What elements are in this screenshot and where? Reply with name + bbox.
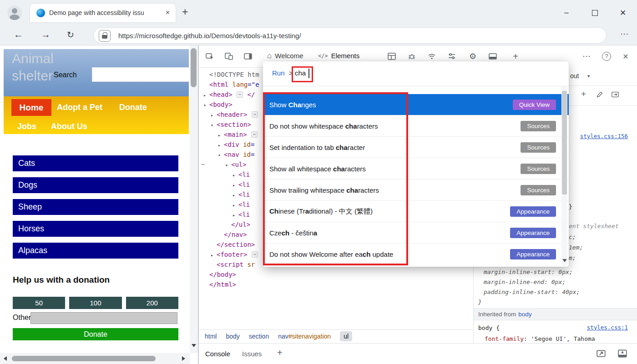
nav-link-jobs[interactable]: Jobs: [17, 122, 36, 131]
nav-link-donate[interactable]: Donate: [119, 103, 147, 112]
css-line[interactable]: margin-inline-start: 0px;: [484, 269, 573, 275]
command-item[interactable]: Show trailing whitespace charactersSourc…: [263, 179, 569, 200]
nav-link-about[interactable]: About Us: [51, 122, 87, 131]
right-arrow-icon[interactable]: ▸: [233, 170, 238, 180]
right-arrow-icon[interactable]: ▸: [211, 110, 217, 120]
dock-drawer-icon[interactable]: [596, 349, 606, 360]
right-arrow-icon[interactable]: ▸: [233, 180, 238, 190]
browser-tab[interactable]: Demo page with accessibility issu ✕: [30, 4, 176, 22]
command-item[interactable]: Show all whitespace charactersSources: [263, 158, 569, 179]
breadcrumb-html[interactable]: html: [205, 333, 217, 340]
stylesheet-link[interactable]: styles.css:1: [587, 324, 628, 331]
inherited-body-link[interactable]: body: [518, 311, 531, 318]
animal-item-cats[interactable]: Cats: [13, 155, 178, 171]
right-arrow-icon[interactable]: ▸: [233, 190, 238, 200]
new-style-rule-icon[interactable]: +: [581, 89, 586, 99]
page-horizontal-scrollbar[interactable]: [0, 353, 190, 364]
command-item[interactable]: Czech - češtinaAppearance: [263, 222, 569, 243]
layout-tab-fragment[interactable]: out: [570, 72, 579, 80]
node-menu-icon[interactable]: ⋯: [201, 160, 205, 170]
animal-item-alpacas[interactable]: Alpacas: [13, 243, 178, 259]
other-amount-input[interactable]: [30, 312, 177, 324]
amount-button-200[interactable]: 200: [126, 297, 178, 309]
customize-tools-icon[interactable]: [446, 51, 457, 62]
nav-link-adopt[interactable]: Adopt a Pet: [57, 103, 102, 112]
devtools-menu-icon[interactable]: ⋯: [581, 51, 592, 62]
tab-issues[interactable]: Issues: [242, 344, 262, 364]
right-arrow-icon[interactable]: ▸: [233, 210, 238, 220]
layout-tool-icon[interactable]: [386, 51, 397, 62]
scroll-right-arrow-icon[interactable]: [182, 356, 185, 361]
breadcrumb-section[interactable]: section: [249, 333, 269, 340]
command-query-input[interactable]: cha: [295, 69, 306, 77]
chevron-down-icon[interactable]: ▾: [587, 73, 590, 79]
nav-link-home[interactable]: Home: [11, 99, 51, 116]
more-tools-icon[interactable]: +: [510, 51, 521, 62]
dom-tree-line[interactable]: </body>: [199, 269, 473, 279]
css-line[interactable]: margin-inline-end: 0px;: [484, 279, 566, 285]
forward-button[interactable]: →: [41, 29, 51, 40]
dom-tree-line[interactable]: </html>: [199, 279, 473, 289]
run-mode-label[interactable]: Run: [272, 69, 285, 77]
command-item[interactable]: Do not show whitespace charactersSources: [263, 115, 569, 136]
device-emulation-icon[interactable]: [223, 51, 234, 62]
amount-button-100[interactable]: 100: [69, 297, 121, 309]
animal-item-sheep[interactable]: Sheep: [13, 199, 178, 215]
tab-close-icon[interactable]: ✕: [165, 9, 170, 16]
minimize-button[interactable]: –: [552, 0, 581, 25]
amount-button-50[interactable]: 50: [13, 297, 65, 309]
horizontal-scroll-thumb[interactable]: [12, 356, 156, 361]
palette-scrollbar[interactable]: [561, 86, 567, 266]
help-icon[interactable]: ?: [601, 51, 612, 62]
command-item[interactable]: Set indentation to tab characterSources: [263, 136, 569, 158]
url-input[interactable]: [117, 28, 574, 43]
css-line[interactable]: padding-inline-start: 40px;: [484, 289, 580, 295]
breadcrumb-body[interactable]: body: [226, 333, 239, 340]
search-input[interactable]: [92, 67, 191, 82]
palette-scroll-thumb[interactable]: [562, 91, 567, 194]
maximize-button[interactable]: [581, 0, 609, 25]
devtools-close-icon[interactable]: ✕: [620, 51, 631, 62]
breadcrumb-ul-current[interactable]: ul: [340, 331, 352, 341]
network-conditions-icon[interactable]: [426, 51, 437, 62]
down-arrow-icon[interactable]: ▾: [203, 100, 209, 110]
inspect-element-icon[interactable]: [204, 51, 215, 62]
site-security-lock-icon[interactable]: [99, 30, 111, 42]
breadcrumb-nav[interactable]: nav#sitenavigation: [278, 333, 331, 340]
panel-arrow-icon[interactable]: [611, 90, 619, 100]
animal-item-dogs[interactable]: Dogs: [13, 177, 178, 193]
new-drawer-tab-icon[interactable]: +: [277, 348, 283, 358]
right-arrow-icon[interactable]: ▸: [203, 90, 209, 100]
vertical-scroll-thumb[interactable]: [191, 48, 197, 87]
down-arrow-icon[interactable]: ▾: [225, 160, 231, 170]
close-button[interactable]: ✕: [609, 0, 637, 25]
command-item[interactable]: Show ChangesQuick View: [263, 94, 569, 115]
address-bar[interactable]: [93, 27, 607, 44]
new-tab-button[interactable]: +: [182, 6, 188, 18]
body-selector[interactable]: body {: [478, 324, 500, 331]
command-item[interactable]: Do not show Welcome after each updateApp…: [263, 243, 569, 264]
palette-scroll-down-icon[interactable]: [562, 259, 567, 262]
back-button[interactable]: ←: [14, 29, 23, 40]
stylesheet-link[interactable]: styles.css:156: [580, 133, 628, 140]
down-arrow-icon[interactable]: ▾: [211, 120, 217, 130]
page-vertical-scrollbar[interactable]: [190, 45, 198, 353]
donate-button[interactable]: Donate: [13, 328, 178, 340]
expand-drawer-icon[interactable]: [617, 349, 627, 360]
dock-side-icon[interactable]: [487, 51, 498, 62]
animal-item-horses[interactable]: Horses: [13, 221, 178, 237]
right-arrow-icon[interactable]: ▸: [218, 140, 224, 150]
command-item[interactable]: Chinese (Traditional) - 中文 (繁體)Appearanc…: [263, 200, 569, 222]
browser-menu-icon[interactable]: ⋯: [620, 29, 629, 39]
scroll-left-arrow-icon[interactable]: [4, 356, 7, 361]
bug-tool-icon[interactable]: [406, 51, 417, 62]
tab-console[interactable]: Console: [205, 344, 230, 364]
right-arrow-icon[interactable]: ▸: [211, 250, 217, 260]
refresh-button[interactable]: ↻: [67, 30, 74, 40]
focus-page-icon[interactable]: [243, 51, 253, 62]
brush-icon[interactable]: [596, 90, 604, 100]
scroll-down-arrow-icon[interactable]: [192, 344, 196, 347]
right-arrow-icon[interactable]: ▸: [233, 200, 238, 210]
settings-gear-icon[interactable]: ⚙: [467, 51, 478, 62]
down-arrow-icon[interactable]: ▾: [218, 150, 224, 160]
